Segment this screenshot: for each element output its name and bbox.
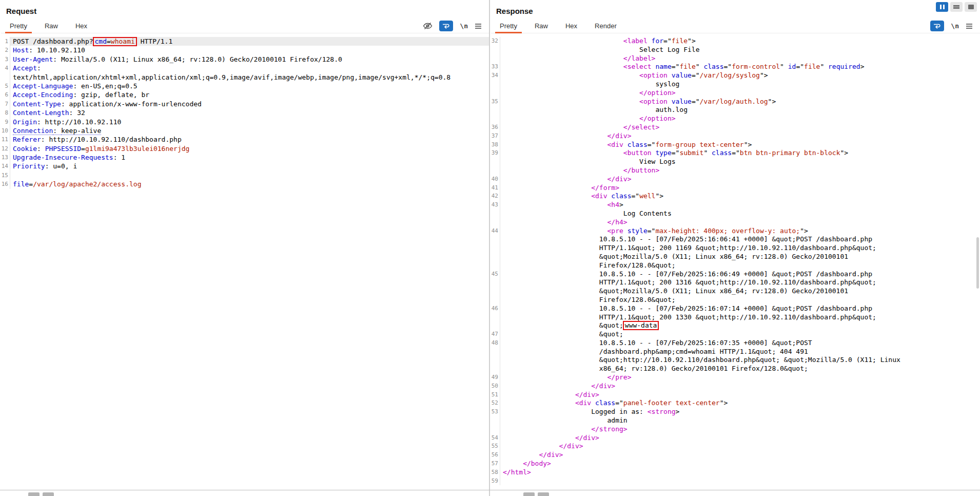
code-text[interactable]: file=/var/log/apache2/access.log [10,180,489,188]
code-line[interactable]: 36 </select> [490,123,980,132]
code-line[interactable]: </option> [490,89,980,98]
code-line[interactable]: 54 </div> [490,434,980,443]
code-line[interactable]: 58</html> [490,468,980,477]
code-text[interactable]: &quot;Mozilla/5.0 (X11; Linux x86_64; rv… [500,253,980,261]
code-line[interactable]: &quot;http://10.10.92.110/dashboard.php&… [490,356,980,365]
code-text[interactable]: Firefox/128.0&quot; [500,296,980,304]
code-text[interactable]: &quot;Mozilla/5.0 (X11; Linux x86_64; rv… [500,287,980,296]
code-line[interactable]: 38 <div class="form-group text-center"> [490,141,980,149]
code-line[interactable]: 47 &quot; [490,330,980,339]
request-tab-hex[interactable]: Hex [67,18,96,33]
code-line[interactable]: 59 [490,477,980,486]
code-line[interactable]: 4Accept: [0,64,489,72]
scrollbar-thumb[interactable] [976,237,979,289]
code-text[interactable]: HTTP/1.1&quot; 200 1169 &quot;http://10.… [500,244,980,253]
code-text[interactable]: auth.log [500,106,980,115]
code-line[interactable]: auth.log [490,106,980,115]
code-line[interactable]: </button> [490,166,980,175]
request-tab-pretty[interactable]: Pretty [1,18,36,33]
newline-icon[interactable]: \n [951,22,959,30]
code-text[interactable]: Referer: http://10.10.92.110/dashboard.p… [10,135,489,144]
code-text[interactable]: <option value="/var/log/syslog"> [500,71,980,80]
code-text[interactable]: <button type="submit" class="btn btn-pri… [500,149,980,158]
response-editor[interactable]: 32 <label for="file"> Select Log File </… [490,37,980,490]
code-line[interactable]: &quot;www-data [490,321,980,330]
request-tab-raw[interactable]: Raw [36,18,67,33]
code-line[interactable]: 1POST /dashboard.php?cmd=whoami HTTP/1.1 [0,37,489,46]
response-tab-pretty[interactable]: Pretty [491,18,526,33]
code-line[interactable]: 52 <div class="panel-footer text-center"… [490,399,980,408]
request-editor[interactable]: 1POST /dashboard.php?cmd=whoami HTTP/1.1… [0,37,489,490]
code-text[interactable]: HTTP/1.1&quot; 200 1330 &quot;http://10.… [500,313,980,322]
code-text[interactable]: /dashboard.php&amp;cmd=whoami HTTP/1.1&q… [500,348,980,356]
code-line[interactable]: 10.8.5.10 - - [07/Feb/2025:16:06:41 +000… [490,235,980,244]
code-text[interactable]: Content-Type: application/x-www-form-url… [10,100,489,108]
code-line[interactable]: 49 </pre> [490,373,980,382]
code-text[interactable]: Host: 10.10.92.110 [10,46,489,54]
code-line[interactable]: 35 <option value="/var/log/auth.log"> [490,98,980,106]
code-text[interactable]: </option> [500,115,980,123]
code-text[interactable]: &quot;http://10.10.92.110/dashboard.php&… [500,356,980,365]
code-text[interactable]: <option value="/var/log/auth.log"> [500,98,980,106]
code-line[interactable]: HTTP/1.1&quot; 200 1169 &quot;http://10.… [490,244,980,253]
code-text[interactable] [500,477,980,486]
request-search-stub-2[interactable] [43,492,54,496]
code-text[interactable]: Select Log File [500,46,980,54]
code-text[interactable]: </div> [500,175,980,184]
code-line[interactable]: 32 <label for="file"> [490,37,980,46]
code-text[interactable]: <div class="form-group text-center"> [500,141,980,149]
code-text[interactable]: POST /dashboard.php?cmd=whoami HTTP/1.1 [10,37,489,46]
soft-wrap-icon[interactable] [930,21,944,31]
code-line[interactable]: </h4> [490,218,980,227]
code-text[interactable]: </h4> [500,218,980,227]
code-line[interactable]: </strong> [490,425,980,434]
code-line[interactable]: 33 <select name="file" class="form-contr… [490,63,980,71]
code-line[interactable]: 34 <option value="/var/log/syslog"> [490,71,980,80]
pause-icon[interactable] [936,2,948,12]
code-line[interactable]: 55 </div> [490,442,980,451]
eye-off-icon[interactable] [423,22,433,30]
code-text[interactable]: <h4> [500,201,980,209]
code-line[interactable]: 8Content-Length: 32 [0,108,489,117]
code-line[interactable]: 13Upgrade-Insecure-Requests: 1 [0,153,489,162]
newline-icon[interactable]: \n [460,22,468,30]
code-line[interactable]: 37 </div> [490,132,980,141]
code-text[interactable]: Accept-Encoding: gzip, deflate, br [10,90,489,99]
code-line[interactable]: Select Log File [490,46,980,54]
code-text[interactable]: Origin: http://10.10.92.110 [10,118,489,126]
code-line[interactable]: </option> [490,115,980,123]
code-line[interactable]: 16file=/var/log/apache2/access.log [0,180,489,188]
code-text[interactable]: </body> [500,460,980,468]
menu-icon[interactable] [475,23,482,29]
code-line[interactable]: 41 </form> [490,184,980,193]
code-text[interactable]: &quot;www-data [500,321,980,330]
code-text[interactable]: HTTP/1.1&quot; 200 1316 &quot;http://10.… [500,278,980,287]
code-line[interactable]: 45 10.8.5.10 - - [07/Feb/2025:16:06:49 +… [490,270,980,279]
code-text[interactable]: View Logs [500,158,980,166]
code-text[interactable]: Upgrade-Insecure-Requests: 1 [10,153,489,162]
code-text[interactable]: Accept-Language: en-US,en;q=0.5 [10,82,489,90]
code-line[interactable]: 10Connection: keep-alive [0,126,489,135]
code-line[interactable]: 5Accept-Language: en-US,en;q=0.5 [0,82,489,90]
code-text[interactable]: </button> [500,166,980,175]
code-text[interactable]: </form> [500,184,980,193]
code-text[interactable]: </strong> [500,425,980,434]
code-line[interactable]: 51 </div> [490,391,980,399]
code-text[interactable]: Firefox/128.0&quot; [500,261,980,270]
code-text[interactable]: <div class="well"> [500,192,980,201]
code-line[interactable]: admin [490,416,980,425]
code-line[interactable]: 44 <pre style="max-height: 400px; overfl… [490,227,980,236]
code-text[interactable]: Accept: [10,64,489,72]
code-text[interactable]: syslog [500,80,980,89]
code-line[interactable]: 14Priority: u=0, i [0,162,489,170]
code-line[interactable]: Firefox/128.0&quot; [490,261,980,270]
code-text[interactable]: Priority: u=0, i [10,162,489,170]
code-text[interactable]: </pre> [500,373,980,382]
request-search-stub[interactable] [28,492,40,496]
code-text[interactable]: </div> [500,442,980,451]
code-text[interactable]: <label for="file"> [500,37,980,46]
split-rows-icon[interactable] [950,2,963,12]
maximize-icon[interactable] [965,2,977,12]
response-search-stub-2[interactable] [538,492,549,496]
response-search-stub[interactable] [523,492,535,496]
